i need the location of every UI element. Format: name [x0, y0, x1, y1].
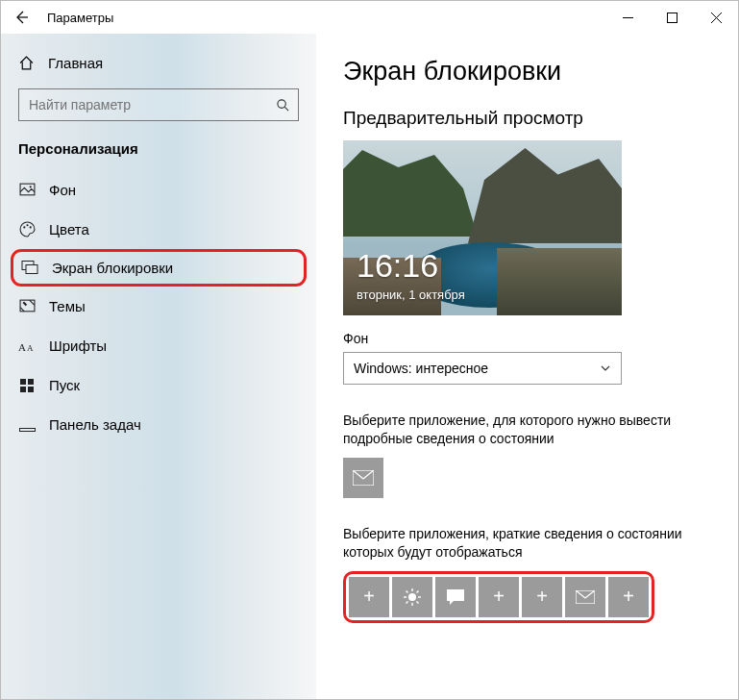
- svg-rect-0: [667, 12, 677, 22]
- quick-app-slot-add[interactable]: +: [349, 577, 389, 617]
- start-icon: [18, 378, 36, 393]
- picture-icon: [18, 182, 36, 198]
- preview-heading: Предварительный просмотр: [343, 108, 711, 129]
- sun-icon: [403, 588, 422, 607]
- mail-icon: [576, 590, 595, 604]
- fonts-icon: AA: [18, 338, 36, 354]
- svg-text:A: A: [27, 343, 34, 353]
- themes-icon: [18, 298, 36, 314]
- svg-point-5: [26, 224, 28, 226]
- minimize-button[interactable]: [605, 1, 650, 34]
- nav-item-background[interactable]: Фон: [1, 170, 316, 210]
- main-content: Экран блокировки Предварительный просмот…: [316, 34, 738, 699]
- plus-icon: +: [493, 586, 505, 608]
- nav-label: Темы: [49, 298, 86, 314]
- plus-icon: +: [536, 586, 548, 608]
- background-label: Фон: [343, 331, 711, 346]
- search-box[interactable]: [18, 88, 299, 121]
- svg-line-26: [406, 601, 408, 603]
- svg-line-24: [417, 601, 419, 603]
- svg-text:A: A: [18, 341, 26, 353]
- preview-time: 16:16: [357, 247, 438, 285]
- sidebar: Главная Персонализация Фон: [1, 34, 316, 699]
- window-title: Параметры: [47, 11, 113, 25]
- nav-label: Панель задач: [49, 416, 141, 433]
- search-input[interactable]: [19, 97, 267, 112]
- svg-rect-8: [26, 265, 37, 274]
- plus-icon: +: [623, 586, 634, 608]
- svg-point-4: [23, 226, 25, 228]
- nav-item-start[interactable]: Пуск: [1, 365, 316, 405]
- dropdown-value: Windows: интересное: [354, 361, 488, 376]
- nav-item-fonts[interactable]: AA Шрифты: [1, 326, 316, 365]
- svg-rect-15: [28, 387, 34, 392]
- quick-app-slot-weather[interactable]: [392, 577, 432, 617]
- svg-point-6: [29, 226, 31, 228]
- home-label: Главная: [48, 55, 103, 71]
- plus-icon: +: [363, 586, 375, 608]
- quick-app-slot-messaging[interactable]: [435, 577, 476, 617]
- svg-rect-12: [20, 379, 26, 385]
- svg-line-23: [406, 590, 408, 592]
- home-icon: [18, 55, 35, 71]
- nav-item-taskbar[interactable]: Панель задач: [1, 405, 316, 444]
- quick-apps-highlight: + + +: [343, 571, 654, 623]
- svg-line-25: [417, 590, 419, 592]
- nav-label: Пуск: [49, 377, 80, 393]
- quick-app-slot-add[interactable]: +: [522, 577, 562, 617]
- settings-window: Параметры Главная: [0, 0, 739, 700]
- quick-app-slot-mail[interactable]: [565, 577, 605, 617]
- section-header: Персонализация: [1, 133, 316, 170]
- quick-app-slot-add[interactable]: +: [479, 577, 519, 617]
- svg-rect-16: [19, 428, 35, 431]
- quick-app-slot-add[interactable]: +: [608, 577, 649, 617]
- titlebar: Параметры: [1, 1, 738, 34]
- chat-icon: [446, 588, 465, 606]
- svg-rect-14: [20, 387, 26, 392]
- back-button[interactable]: [9, 5, 34, 30]
- lockscreen-icon: [21, 260, 38, 276]
- close-button[interactable]: [694, 1, 738, 34]
- svg-point-1: [277, 99, 284, 107]
- page-title: Экран блокировки: [343, 57, 711, 87]
- preview-date: вторник, 1 октября: [357, 288, 465, 302]
- nav-item-lockscreen[interactable]: Экран блокировки: [11, 249, 307, 287]
- svg-rect-13: [28, 379, 34, 385]
- mail-icon: [353, 470, 374, 486]
- svg-point-3: [29, 186, 31, 188]
- taskbar-icon: [18, 417, 36, 433]
- svg-point-18: [408, 593, 416, 601]
- nav-item-colors[interactable]: Цвета: [1, 210, 316, 249]
- detail-app-description: Выберите приложение, для которого нужно …: [343, 412, 689, 448]
- lockscreen-preview: 16:16 вторник, 1 октября: [343, 140, 622, 315]
- maximize-button[interactable]: [650, 1, 694, 34]
- chevron-down-icon: [600, 362, 611, 374]
- nav-label: Фон: [49, 182, 76, 198]
- nav-item-themes[interactable]: Темы: [1, 287, 316, 326]
- detail-app-tile[interactable]: [343, 458, 383, 498]
- home-nav[interactable]: Главная: [1, 45, 316, 81]
- background-dropdown[interactable]: Windows: интересное: [343, 352, 622, 385]
- nav-label: Цвета: [49, 221, 89, 238]
- quick-apps-description: Выберите приложения, краткие сведения о …: [343, 525, 689, 562]
- search-icon: [267, 98, 298, 112]
- nav-label: Шрифты: [49, 338, 107, 354]
- nav-label: Экран блокировки: [52, 260, 173, 276]
- palette-icon: [18, 221, 36, 238]
